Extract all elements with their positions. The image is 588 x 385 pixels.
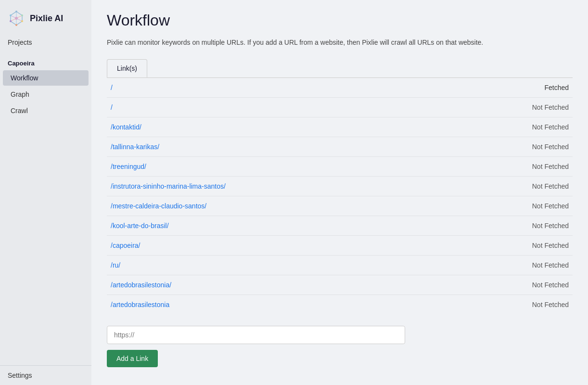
sidebar-item-settings[interactable]: Settings [0,365,91,385]
sidebar-item-workflow[interactable]: Workflow [3,70,89,86]
svg-point-7 [21,20,23,22]
table-row: /kontaktid/ Not Fetched [107,117,573,137]
link-url[interactable]: /artedobrasilestonia/ [111,281,171,289]
links-container: / Fetched / Not Fetched /kontaktid/ Not … [107,78,573,314]
table-row: / Not Fetched [107,98,573,117]
app-name: Pixlie AI [30,13,63,24]
page-title: Workflow [107,12,573,29]
table-row: /artedobrasilestonia/ Not Fetched [107,275,573,295]
sidebar-spacer [0,119,91,365]
link-status: Not Fetched [521,301,569,308]
svg-point-8 [15,24,17,26]
tab-links[interactable]: Link(s) [107,59,147,77]
tabs-bar: Link(s) [107,59,573,78]
table-row: /kool-arte-do-brasil/ Not Fetched [107,216,573,236]
table-row: /treeningud/ Not Fetched [107,157,573,177]
link-url[interactable]: /capoeira/ [111,242,140,249]
svg-point-9 [10,20,12,22]
table-row: / Fetched [107,78,573,98]
link-status: Fetched [521,84,569,91]
link-url[interactable]: /ru/ [111,261,120,269]
add-link-button[interactable]: Add a Link [107,350,158,367]
link-url[interactable]: /instrutora-sininho-marina-lima-santos/ [111,182,226,190]
link-status: Not Fetched [521,281,569,289]
pixlie-logo-icon [8,10,25,27]
link-url[interactable]: /treeningud/ [111,163,146,170]
link-status: Not Fetched [521,103,569,111]
link-url[interactable]: /kool-arte-do-brasil/ [111,222,169,230]
table-row: /capoeira/ Not Fetched [107,236,573,256]
table-row: /artedobrasilestonia Not Fetched [107,295,573,314]
sidebar: Pixlie AI Projects Capoeira Workflow Gra… [0,0,91,385]
sidebar-item-graph[interactable]: Graph [3,87,89,102]
link-url[interactable]: / [111,103,113,111]
link-status: Not Fetched [521,242,569,249]
link-url[interactable]: /tallinna-karikas/ [111,143,159,151]
sidebar-item-projects[interactable]: Projects [0,35,91,54]
link-status: Not Fetched [521,163,569,170]
table-row: /instrutora-sininho-marina-lima-santos/ … [107,177,573,196]
table-row: /ru/ Not Fetched [107,256,573,275]
link-url[interactable]: /artedobrasilestonia [111,301,169,308]
table-row: /mestre-caldeira-claudio-santos/ Not Fet… [107,196,573,216]
link-status: Not Fetched [521,182,569,190]
link-url[interactable]: /mestre-caldeira-claudio-santos/ [111,202,206,210]
link-status: Not Fetched [521,261,569,269]
sidebar-item-crawl[interactable]: Crawl [3,103,89,118]
page-description: Pixlie can monitor keywords on multiple … [107,37,573,48]
table-row: /tallinna-karikas/ Not Fetched [107,137,573,157]
svg-point-4 [15,17,18,20]
link-url[interactable]: / [111,84,113,91]
svg-point-10 [10,14,12,16]
svg-point-6 [21,14,23,16]
link-status: Not Fetched [521,222,569,230]
sidebar-section-title: Capoeira [0,54,91,70]
link-status: Not Fetched [521,143,569,151]
link-status: Not Fetched [521,123,569,131]
sidebar-logo: Pixlie AI [0,0,91,35]
link-url[interactable]: /kontaktid/ [111,123,141,131]
main-content: Workflow Pixlie can monitor keywords on … [91,0,588,385]
url-input[interactable] [107,326,405,344]
url-input-section: Add a Link [107,326,573,367]
link-status: Not Fetched [521,202,569,210]
svg-point-5 [15,11,17,13]
